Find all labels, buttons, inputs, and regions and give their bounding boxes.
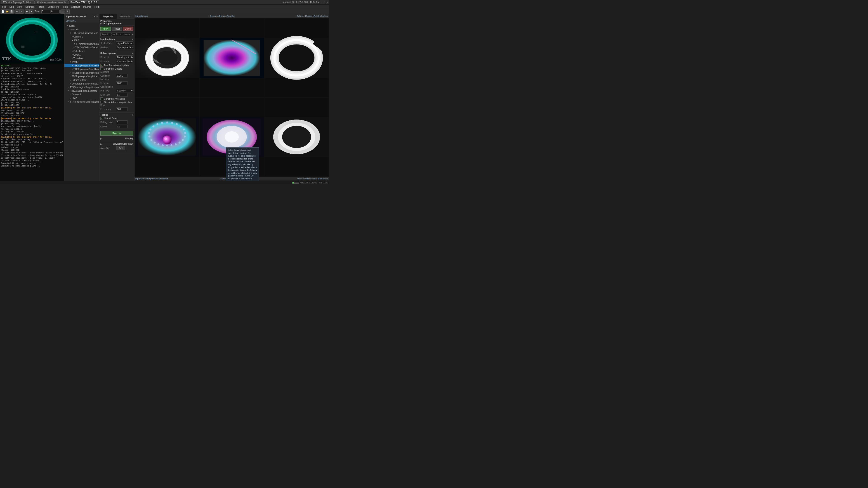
input-options-section: Input options ▼ Scalar Field signedDista…	[99, 37, 134, 51]
input-options-header: Input options ▼	[100, 38, 133, 40]
tree-item-datatofrom[interactable]: ○TTKDataToFromData1	[64, 46, 99, 49]
tree-item-ttktopo2[interactable]: ○TTKTopologicalSimplificatio	[64, 67, 99, 71]
viewport-top-middle[interactable]	[199, 19, 264, 97]
fast-persistence-row: ✓ Fast Persistence Update	[100, 64, 133, 67]
viewport-bottom-left[interactable]	[135, 98, 199, 176]
menu-sources[interactable]: Sources	[24, 5, 36, 8]
tree-item-torus[interactable]: ▼torus.vtu	[64, 28, 99, 31]
condition-input[interactable]	[116, 74, 127, 77]
menu-edit[interactable]: Edit	[8, 5, 15, 8]
svg-point-45	[161, 122, 163, 124]
frequency-input[interactable]	[116, 107, 127, 111]
tree-item-gensurface[interactable]: ○GenerateSurfaceNormals1	[64, 82, 99, 86]
iteration-input[interactable]	[116, 81, 127, 85]
testing-label: Testing	[100, 113, 108, 116]
input-options-toggle[interactable]: ▼	[131, 38, 133, 40]
terminal-line-29: #Vertices: 262144	[1, 144, 63, 147]
primitive-label: Primitive	[100, 90, 116, 92]
online-adhoc-checkbox[interactable]	[100, 101, 103, 103]
tree-item-extract1[interactable]: ○ExtractSurface1	[64, 78, 99, 82]
tree-item-contour2[interactable]: ○Contour2	[64, 93, 99, 96]
cache-input[interactable]	[116, 125, 127, 128]
menu-extractors[interactable]: Extractors	[46, 5, 60, 8]
new-btn[interactable]: 📄	[1, 9, 5, 13]
time-input[interactable]	[41, 10, 51, 13]
camera-btn[interactable]: 🎥	[61, 9, 65, 13]
title-bar-left: TTK - the Topology ToolKit -... ttk-data…	[1, 0, 99, 4]
menu-filters[interactable]: Filters	[36, 5, 46, 8]
viewport-bottom-right[interactable]	[265, 98, 329, 176]
constraint-update-checkbox[interactable]: ✓	[100, 67, 103, 70]
primitive-text: Cut-only	[117, 90, 125, 92]
viewport-bottom-middle[interactable]	[199, 98, 264, 176]
minimize-btn[interactable]: ─	[321, 1, 322, 3]
tree-item-ttktopo-selected[interactable]: ●TTKTopologicalSimplificatio	[64, 64, 99, 67]
search-clear-btn[interactable]: ✕	[131, 33, 133, 36]
play-btn[interactable]: ▶	[25, 9, 29, 13]
tab-konsole[interactable]: ttk-data - paraview - Konsole	[35, 0, 68, 4]
fast-persistence-checkbox[interactable]: ✓	[100, 64, 103, 67]
maximize-btn[interactable]: □	[324, 1, 325, 3]
cache-row: Cache	[100, 125, 133, 128]
tree-item-clip2[interactable]: ○Clip2	[64, 96, 99, 100]
tab-paraview[interactable]: ParaView [TTK 1.2] 5.13.0	[68, 0, 99, 4]
step-size-input[interactable]	[116, 93, 127, 97]
reset-button[interactable]: Reset	[112, 27, 122, 31]
tree-item-clip1[interactable]: ▼Clip1	[64, 38, 99, 42]
tree-item-ttktopo5[interactable]: ○TTKTopologicalSimplification1	[64, 86, 99, 89]
close-btn[interactable]: ✕	[327, 1, 328, 3]
tree-item-scalar1[interactable]: ▼TTKScalarFieldSmoother1	[64, 89, 99, 93]
viewport-grid	[134, 18, 329, 177]
delete-button[interactable]: Delete	[123, 27, 133, 31]
tab-ttk[interactable]: TTK - the Topology ToolKit -...	[1, 0, 35, 4]
frame-input[interactable]	[51, 10, 60, 13]
pipeline-tree: ▼builtin: ▼torus.vtu ▼TTKSignedDistanceF…	[64, 23, 99, 181]
apply-button[interactable]: Apply	[100, 27, 111, 31]
stop-btn[interactable]: ■	[29, 9, 33, 13]
viewport-top-right[interactable]	[265, 19, 329, 97]
solver-options-toggle[interactable]: ▼	[131, 52, 133, 55]
tree-item-glyph1[interactable]: ○Glyph1	[64, 53, 99, 57]
tree-item-signeddist[interactable]: ▼TTKSignedDistanceField1	[64, 31, 99, 35]
search-input[interactable]	[100, 33, 131, 36]
primitive-value[interactable]: Cut-only ▾	[116, 89, 133, 92]
tab-information[interactable]: Information	[117, 14, 134, 19]
svg-point-47	[164, 137, 167, 140]
execute-button[interactable]: Execute	[100, 131, 133, 135]
tree-item-ttktopo3[interactable]: ○TTKTopologicalSimplification1	[64, 71, 99, 74]
tree-item-persistence[interactable]: ▼TTKPersistenceDiagram1	[64, 42, 99, 46]
use-all-cores-checkbox[interactable]: ✓	[100, 117, 103, 120]
viewport-top-left[interactable]	[135, 19, 199, 97]
tree-item-calc1[interactable]: ○Calculator1	[64, 49, 99, 53]
backend-value[interactable]: Topological Optimization (IEEE VIS ▾	[116, 46, 133, 49]
distance-value[interactable]: Classical Auction ▾	[116, 60, 133, 63]
scalar-field-value[interactable]: signedDistanceField ▾	[116, 41, 133, 45]
tab-properties[interactable]: Properties	[99, 14, 117, 19]
save-btn[interactable]: 💾	[9, 9, 13, 13]
settings-btn[interactable]: ⚙	[66, 9, 70, 13]
menu-help[interactable]: Help	[93, 5, 101, 8]
menu-tools[interactable]: Tools	[61, 5, 69, 8]
online-adhoc-row: Online Ad-hoc simplification	[100, 101, 133, 103]
tree-item-ttktopo6[interactable]: ○TTKTopologicalSimplification2	[64, 100, 99, 103]
tree-item-contour1[interactable]: ○Contour1	[64, 35, 99, 38]
descent-value[interactable]: Direct gradient descent ▾	[116, 55, 133, 59]
constraint-avg-checkbox[interactable]: ✓	[100, 97, 103, 100]
terminal-line-16: #Vertices: 1786239	[1, 109, 63, 112]
debug-level-input[interactable]	[116, 121, 127, 124]
menu-catalyst[interactable]: Catalyst	[70, 5, 81, 8]
window-title: ParaView (TTK 1.2) 5.13.0	[282, 1, 308, 3]
menu-macros[interactable]: Macros	[82, 5, 93, 8]
testing-toggle[interactable]: ▼	[131, 114, 133, 116]
tree-item-builtin[interactable]: ▼builtin:	[64, 24, 99, 28]
tree-item-post2[interactable]: ▼Post2	[64, 60, 99, 64]
menu-view[interactable]: View	[16, 5, 24, 8]
menu-file[interactable]: File	[1, 5, 8, 8]
undo-btn[interactable]: ↩	[15, 9, 19, 13]
open-btn[interactable]: 📂	[5, 9, 9, 13]
tree-item-ttktopo4[interactable]: ○TTKTopologicalSimplification	[64, 74, 99, 78]
print-row: Print	[100, 104, 133, 107]
axes-grid-edit-btn[interactable]: Edit	[116, 146, 125, 150]
redo-btn[interactable]: ↪	[20, 9, 24, 13]
tree-item-thresh1[interactable]: ○Threshold1	[64, 57, 99, 60]
